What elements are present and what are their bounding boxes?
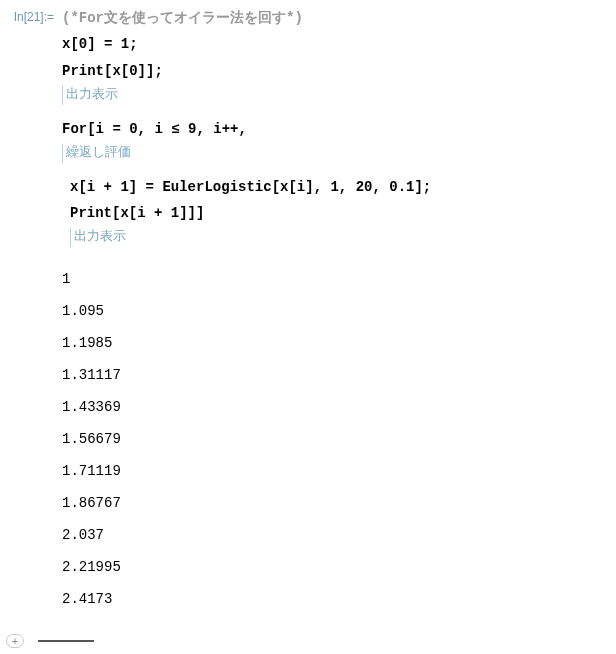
annotation-for: 繰返し評価 — [62, 144, 131, 163]
output-line: 2.4173 — [62, 591, 616, 607]
output-line: 2.037 — [62, 527, 616, 543]
annotation-print-2: 出力表示 — [70, 228, 126, 247]
output-line: 1 — [62, 271, 616, 287]
code-line-1: x[0] = 1; — [62, 34, 616, 54]
code-line-4: x[i + 1] = EulerLogistic[x[i], 1, 20, 0.… — [70, 177, 616, 197]
code-line-5: Print[x[i + 1]]] — [70, 203, 616, 223]
code-comment: (*For文を使ってオイラー法を回す*) — [62, 8, 616, 28]
output-line: 1.71119 — [62, 463, 616, 479]
input-cell: In[21]:= (*For文を使ってオイラー法を回す*) x[0] = 1; … — [0, 8, 616, 261]
output-section: 1 1.095 1.1985 1.31117 1.43369 1.56679 1… — [0, 271, 616, 607]
output-line: 1.56679 — [62, 431, 616, 447]
output-line: 1.31117 — [62, 367, 616, 383]
annotation-print-1: 出力表示 — [62, 86, 118, 105]
code-line-2: Print[x[0]]; — [62, 61, 616, 81]
add-cell-button[interactable]: + — [6, 634, 24, 648]
output-line: 2.21995 — [62, 559, 616, 575]
output-line: 1.86767 — [62, 495, 616, 511]
output-line: 1.095 — [62, 303, 616, 319]
in-label: In[21]:= — [0, 8, 62, 24]
insertion-bar[interactable] — [38, 640, 94, 642]
output-line: 1.43369 — [62, 399, 616, 415]
code-content[interactable]: (*For文を使ってオイラー法を回す*) x[0] = 1; Print[x[0… — [62, 8, 616, 261]
output-line: 1.1985 — [62, 335, 616, 351]
code-line-3: For[i = 0, i ≤ 9, i++, — [62, 119, 616, 139]
